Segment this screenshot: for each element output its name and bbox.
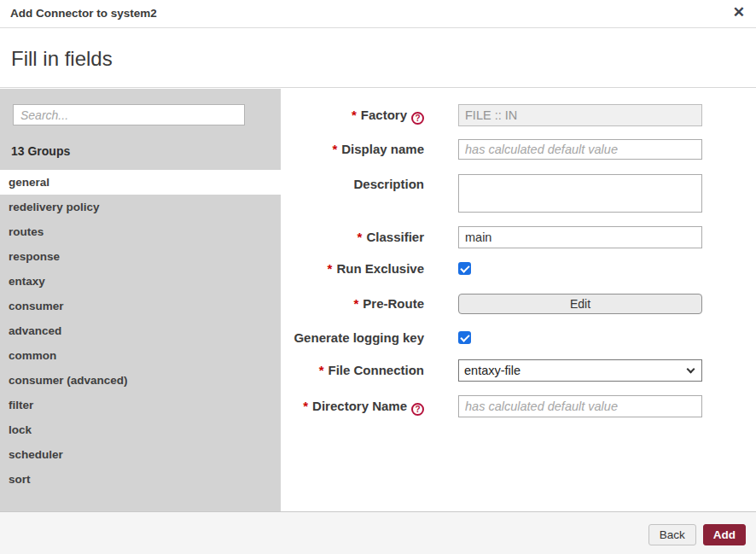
classifier-input[interactable] bbox=[458, 226, 702, 248]
sidebar-item-general[interactable]: general bbox=[0, 170, 281, 195]
field-label-display-name: *Display name bbox=[281, 139, 424, 160]
field-label-factory: *Factory? bbox=[281, 104, 424, 126]
dialog-header: Add Connector to system2 ✕ bbox=[0, 0, 756, 28]
dialog-footer: Back Add bbox=[0, 511, 756, 554]
pre-route-edit-button[interactable]: Edit bbox=[458, 294, 702, 314]
help-icon[interactable]: ? bbox=[411, 112, 424, 125]
sidebar-item-filter[interactable]: filter bbox=[0, 393, 281, 417]
add-button[interactable]: Add bbox=[703, 524, 746, 545]
required-asterisk: * bbox=[328, 261, 333, 276]
sidebar-item-routes[interactable]: routes bbox=[0, 219, 281, 244]
display-name-input[interactable] bbox=[458, 139, 702, 160]
form-row-pre-route: *Pre-Route Edit bbox=[281, 294, 702, 314]
form-row-display-name: *Display name bbox=[281, 139, 702, 160]
heading-block: Fill in fields bbox=[0, 28, 756, 88]
form-row-file-connection: *File Connection entaxy-file bbox=[281, 359, 702, 382]
sidebar-item-response[interactable]: response bbox=[0, 244, 281, 269]
back-button[interactable]: Back bbox=[648, 524, 696, 545]
required-asterisk: * bbox=[332, 142, 337, 156]
required-asterisk: * bbox=[358, 230, 363, 244]
form-row-classifier: *Classifier bbox=[281, 226, 702, 248]
sidebar-item-redelivery-policy[interactable]: redelivery policy bbox=[0, 195, 281, 219]
field-label-classifier: *Classifier bbox=[281, 226, 424, 248]
add-connector-dialog: Add Connector to system2 ✕ Fill in field… bbox=[0, 0, 756, 554]
file-connection-select-wrap: entaxy-file bbox=[458, 359, 702, 382]
field-label-description: Description bbox=[281, 174, 424, 195]
sidebar-item-advanced[interactable]: advanced bbox=[0, 318, 281, 343]
form-row-generate-logging-key: Generate logging key bbox=[281, 330, 702, 346]
help-icon[interactable]: ? bbox=[411, 403, 424, 416]
form-row-run-exclusive: *Run Exclusive bbox=[281, 261, 702, 277]
form-row-factory: *Factory? bbox=[281, 104, 702, 126]
required-asterisk: * bbox=[319, 363, 324, 377]
required-asterisk: * bbox=[352, 108, 357, 122]
sidebar-item-common[interactable]: common bbox=[0, 343, 281, 368]
sidebar-item-consumer-advanced[interactable]: consumer (advanced) bbox=[0, 368, 281, 393]
field-label-directory-name: *Directory Name? bbox=[281, 395, 424, 417]
sidebar-item-entaxy[interactable]: entaxy bbox=[0, 269, 281, 294]
form-row-directory-name: *Directory Name? bbox=[281, 395, 702, 417]
directory-name-input[interactable] bbox=[458, 395, 702, 417]
sidebar-item-sort[interactable]: sort bbox=[0, 467, 281, 492]
sidebar-item-lock[interactable]: lock bbox=[0, 417, 281, 442]
form-row-description: Description bbox=[281, 174, 702, 213]
dialog-title: Add Connector to system2 bbox=[10, 0, 157, 27]
generate-logging-key-checkbox[interactable] bbox=[458, 331, 471, 344]
file-connection-select[interactable]: entaxy-file bbox=[458, 359, 702, 382]
field-label-pre-route: *Pre-Route bbox=[281, 294, 424, 314]
factory-input bbox=[458, 104, 702, 126]
description-textarea[interactable] bbox=[458, 174, 702, 213]
page-title: Fill in fields bbox=[11, 47, 113, 71]
run-exclusive-checkbox[interactable] bbox=[458, 262, 471, 275]
field-label-run-exclusive: *Run Exclusive bbox=[281, 261, 424, 277]
field-label-file-connection: *File Connection bbox=[281, 359, 424, 382]
field-label-generate-logging-key: Generate logging key bbox=[281, 330, 424, 346]
search-input[interactable] bbox=[13, 104, 245, 125]
groups-sidebar: 13 Groups general redelivery policy rout… bbox=[0, 89, 281, 511]
close-icon[interactable]: ✕ bbox=[733, 3, 745, 21]
group-list: general redelivery policy routes respons… bbox=[0, 170, 281, 492]
form-area: *Factory? *Display name Description *Cla… bbox=[281, 89, 756, 511]
sidebar-item-scheduler[interactable]: scheduler bbox=[0, 442, 281, 467]
required-asterisk: * bbox=[303, 399, 308, 413]
groups-count-label: 13 Groups bbox=[11, 144, 70, 158]
required-asterisk: * bbox=[353, 296, 358, 311]
sidebar-item-consumer[interactable]: consumer bbox=[0, 294, 281, 318]
